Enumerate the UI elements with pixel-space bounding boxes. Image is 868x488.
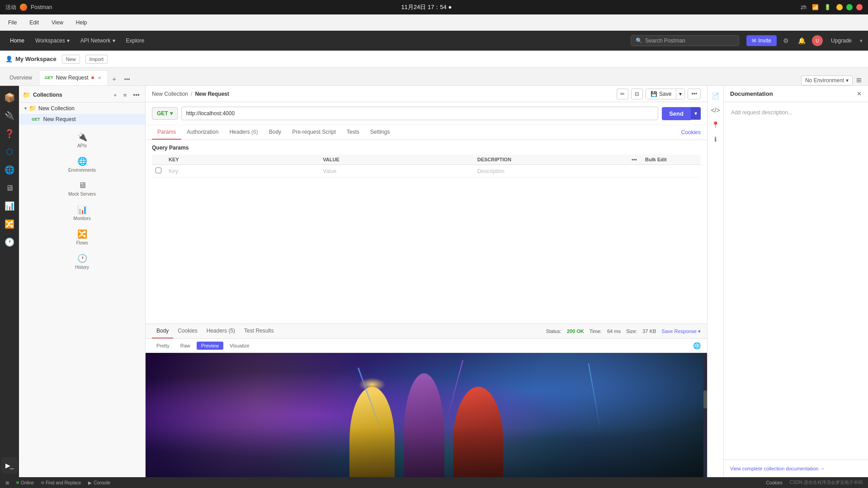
view-complete-docs-link[interactable]: View complete collection documentation →	[730, 466, 825, 471]
raw-tab[interactable]: Raw	[176, 342, 195, 350]
env-chevron-icon: ▾	[846, 77, 849, 84]
param-checkbox[interactable]	[156, 167, 161, 174]
nav-workspaces[interactable]: Workspaces ▾	[31, 35, 74, 46]
more-tabs-button[interactable]: •••	[121, 74, 134, 85]
nav-explore[interactable]: Explore	[122, 35, 149, 46]
save-dropdown-btn[interactable]: ▾	[676, 89, 684, 99]
send-button[interactable]: Send	[662, 107, 691, 120]
sidebar-environments-btn[interactable]: 🌐	[1, 162, 18, 178]
add-collection-btn[interactable]: +	[112, 91, 119, 99]
more-options-btn[interactable]: •••	[688, 89, 701, 99]
add-description-placeholder[interactable]: Add request description...	[724, 102, 868, 123]
info-side-icon[interactable]: ℹ	[709, 133, 722, 145]
new-request-tab[interactable]: GET New Request ✕	[39, 70, 108, 85]
overview-tab[interactable]: Overview	[4, 70, 38, 85]
add-tab-button[interactable]: +	[109, 73, 120, 85]
sidebar-monitor-btn[interactable]: 📊	[1, 198, 18, 214]
preview-tab-btn[interactable]: Preview	[197, 342, 223, 350]
save-main-btn[interactable]: 💾 Save	[646, 89, 676, 99]
sidebar-collections-btn[interactable]: 📦	[1, 89, 18, 106]
avatar[interactable]: U	[812, 35, 823, 46]
cookies-link[interactable]: Cookies	[681, 129, 701, 136]
flows-section[interactable]: 🔀 Flows	[19, 224, 145, 248]
apis-section[interactable]: 🔌 APIs	[19, 127, 145, 151]
response-headers-tab[interactable]: Headers (5)	[202, 324, 240, 338]
authorization-tab[interactable]: Authorization	[181, 125, 224, 140]
collection-item-new-collection[interactable]: ▾ 📁 New Collection	[19, 103, 145, 114]
window-controls[interactable]	[836, 4, 863, 10]
maximize-btn[interactable]	[846, 4, 853, 10]
sort-collection-btn[interactable]: ≡	[122, 91, 129, 99]
environment-selector[interactable]: No Environment ▾	[801, 75, 853, 85]
sidebar-history-btn[interactable]: 🕐	[1, 234, 18, 250]
settings-button[interactable]: ⚙	[780, 35, 792, 46]
invite-button[interactable]: ✉ Invite	[746, 35, 777, 46]
response-tabs-bar: Body Cookies Headers (5) Test Results St…	[146, 324, 707, 339]
find-replace-item[interactable]: ⧈ Find and Replace	[41, 480, 81, 485]
grid-status-item[interactable]: ⊞	[5, 480, 9, 485]
right-panel: Documentation ✕ Add request description.…	[723, 86, 868, 477]
menu-help[interactable]: Help	[73, 18, 90, 28]
new-workspace-btn[interactable]: New	[62, 55, 80, 64]
breadcrumb: New Collection / New Request	[152, 91, 229, 97]
close-btn[interactable]	[856, 4, 863, 10]
bulk-edit-header[interactable]: Bulk Edit	[642, 155, 701, 165]
param-value-input[interactable]	[323, 168, 470, 174]
sidebar-help-btn[interactable]: ❓	[1, 126, 18, 142]
format-icon-btn[interactable]: ⊟	[631, 89, 643, 99]
sidebar-vscode-btn[interactable]: ⬡	[1, 144, 18, 160]
environments-section[interactable]: 🌐 Environments	[19, 151, 145, 175]
response-scrollbar[interactable]	[703, 353, 707, 477]
nav-home[interactable]: Home	[5, 35, 29, 46]
menu-file[interactable]: File	[5, 18, 19, 28]
preview-tabs: Pretty Raw Preview Visualize 🌐	[146, 339, 707, 353]
flows-icon: 🔀	[77, 229, 87, 239]
upgrade-button[interactable]: Upgrade	[826, 35, 856, 46]
code-side-icon[interactable]: </>	[709, 104, 722, 117]
import-workspace-btn[interactable]: Import	[85, 55, 108, 64]
notifications-button[interactable]: 🔔	[795, 35, 808, 46]
scrollbar-thumb[interactable]	[703, 390, 707, 408]
save-response-button[interactable]: Save Response ▾	[661, 328, 701, 334]
right-panel-close-btn[interactable]: ✕	[857, 90, 862, 97]
method-chevron-icon: ▾	[170, 110, 173, 117]
env-settings-icon[interactable]: ⊞	[854, 75, 864, 85]
sidebar-terminal-btn[interactable]: ▶_	[1, 457, 18, 474]
param-key-input[interactable]	[169, 168, 316, 174]
close-tab-icon[interactable]: ✕	[97, 75, 102, 80]
sidebar-mock-btn[interactable]: 🖥	[1, 180, 18, 196]
pre-request-tab[interactable]: Pre-request Script	[287, 125, 341, 140]
body-tab[interactable]: Body	[264, 125, 287, 140]
settings-tab[interactable]: Settings	[365, 125, 395, 140]
os-controls[interactable]: zh 📶 🔋	[801, 4, 863, 10]
cookies-status-item[interactable]: Cookies	[766, 480, 783, 485]
tests-tab[interactable]: Tests	[341, 125, 365, 140]
url-input[interactable]	[181, 107, 659, 120]
response-cookies-tab[interactable]: Cookies	[173, 324, 202, 338]
monitors-section[interactable]: 📊 Monitors	[19, 199, 145, 224]
method-selector[interactable]: GET ▾	[152, 107, 178, 120]
nav-api-network[interactable]: API Network ▾	[76, 35, 120, 46]
params-tab[interactable]: Params	[152, 125, 181, 140]
sidebar-apis-btn[interactable]: 🔌	[1, 108, 18, 124]
response-body-tab[interactable]: Body	[152, 324, 173, 338]
mock-servers-section[interactable]: 🖥 Mock Servers	[19, 175, 145, 199]
console-item[interactable]: ▶ Console	[88, 480, 110, 485]
param-description-input[interactable]	[477, 168, 624, 174]
minimize-btn[interactable]	[836, 4, 843, 10]
menu-edit[interactable]: Edit	[27, 18, 42, 28]
edit-icon-btn[interactable]: ✏	[617, 89, 628, 99]
docs-side-icon[interactable]: 📄	[709, 89, 722, 102]
headers-tab[interactable]: Headers (6)	[224, 125, 263, 140]
visualize-tab[interactable]: Visualize	[225, 342, 254, 350]
collections-more-btn[interactable]: •••	[131, 90, 142, 99]
location-side-icon[interactable]: 📍	[709, 118, 722, 131]
search-input-area[interactable]: 🔍 Search Postman	[631, 35, 739, 46]
test-results-tab[interactable]: Test Results	[240, 324, 278, 338]
send-dropdown-btn[interactable]: ▾	[691, 107, 701, 120]
history-section[interactable]: 🕐 History	[19, 248, 145, 272]
sidebar-flows-btn[interactable]: 🔀	[1, 216, 18, 232]
request-item-new-request[interactable]: GET New Request	[19, 114, 145, 125]
menu-view[interactable]: View	[49, 18, 66, 28]
pretty-tab[interactable]: Pretty	[152, 342, 174, 350]
